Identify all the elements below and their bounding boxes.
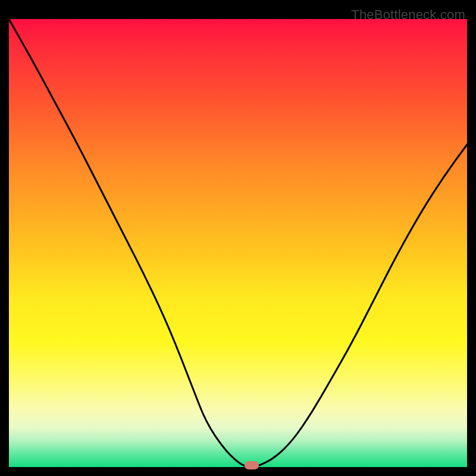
chart-frame: TheBottleneck.com bbox=[9, 9, 467, 467]
bottleneck-curve bbox=[9, 19, 467, 467]
optimal-marker bbox=[245, 461, 259, 469]
plot-area bbox=[9, 19, 467, 467]
